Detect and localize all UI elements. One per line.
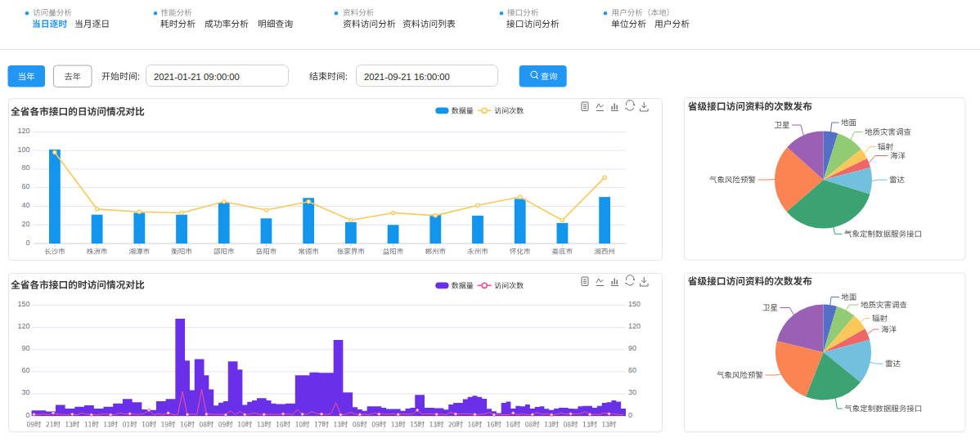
svg-text:30: 30 <box>628 388 636 396</box>
svg-text:30: 30 <box>22 388 30 396</box>
svg-text:60: 60 <box>22 182 30 190</box>
svg-text:120: 120 <box>628 322 641 330</box>
svg-text:150: 150 <box>18 300 30 308</box>
svg-text:0: 0 <box>628 411 632 419</box>
svg-text:100: 100 <box>18 145 30 154</box>
svg-text:0: 0 <box>26 239 30 247</box>
svg-text:90: 90 <box>628 344 636 352</box>
svg-text:120: 120 <box>18 127 30 135</box>
svg-text:2021-01-21 09:00:00: 2021-01-21 09:00:00 <box>154 72 240 82</box>
svg-text:150: 150 <box>628 300 641 308</box>
svg-text:60: 60 <box>22 366 30 374</box>
svg-text:80: 80 <box>22 163 30 172</box>
svg-text:60: 60 <box>628 366 636 374</box>
svg-text:0: 0 <box>26 411 30 419</box>
svg-text:120: 120 <box>18 322 30 330</box>
svg-text:2021-09-21 16:00:00: 2021-09-21 16:00:00 <box>364 72 450 82</box>
svg-text:90: 90 <box>22 344 30 352</box>
svg-text:40: 40 <box>22 201 30 209</box>
svg-text:20: 20 <box>22 220 30 228</box>
